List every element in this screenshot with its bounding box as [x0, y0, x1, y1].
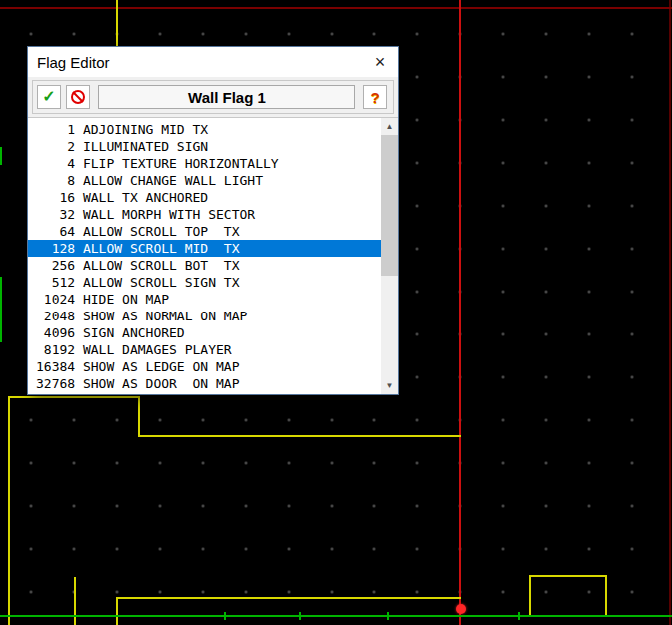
scrollbar-thumb[interactable] — [381, 135, 398, 276]
list-item[interactable]: 128 ALLOW SCROLL MID TX — [28, 240, 381, 257]
map-wall-dark-red-right-edge[interactable] — [669, 0, 671, 625]
map-wall-yellow-corner-v2[interactable] — [605, 575, 607, 616]
question-icon: ? — [370, 89, 379, 106]
flag-value: 32768 — [36, 375, 75, 392]
flag-label: ALLOW SCROLL TOP TX — [75, 224, 239, 239]
cancel-button[interactable] — [66, 85, 90, 109]
map-wall-yellow-top[interactable] — [116, 0, 118, 46]
scrollbar-track[interactable] — [381, 135, 398, 377]
flag-label: ADJOINING MID TX — [75, 122, 208, 137]
flag-label: ALLOW SCROLL MID TX — [75, 241, 239, 256]
no-entry-icon — [71, 90, 85, 104]
map-wall-yellow-h-mid[interactable] — [138, 435, 461, 437]
flag-name-field[interactable]: Wall Flag 1 — [98, 85, 355, 109]
list-item[interactable]: 256 ALLOW SCROLL BOT TX — [28, 257, 381, 274]
flag-value: 64 — [36, 223, 75, 240]
flag-value: 256 — [36, 257, 75, 274]
title-bar: Flag Editor × — [28, 47, 398, 77]
list-item[interactable]: 8 ALLOW CHANGE WALL LIGHT — [28, 172, 381, 189]
flag-label: ALLOW SCROLL BOT TX — [75, 258, 239, 273]
list-item[interactable]: 8192 WALL DAMAGES PLAYER — [28, 341, 381, 358]
editor-screen: Flag Editor × ✓ Wall Flag 1 ? 1 ADJOININ… — [0, 0, 672, 625]
help-button[interactable]: ? — [363, 85, 387, 109]
map-wall-dark-red-top[interactable] — [0, 7, 672, 9]
list-item[interactable]: 4 FLIP TEXTURE HORIZONTALLY — [28, 155, 381, 172]
flag-label: ALLOW CHANGE WALL LIGHT — [75, 173, 263, 188]
list-item[interactable]: 4096 SIGN ANCHORED — [28, 324, 381, 341]
flag-value: 32 — [36, 206, 75, 223]
flag-value: 8192 — [36, 341, 75, 358]
ok-button[interactable]: ✓ — [37, 85, 61, 109]
flag-label: HIDE ON MAP — [75, 292, 169, 307]
map-wall-yellow-v-bottom-left[interactable] — [74, 577, 76, 625]
toolbar: ✓ Wall Flag 1 ? — [32, 80, 394, 114]
map-wall-green-left-a[interactable] — [0, 147, 2, 165]
check-icon: ✓ — [42, 89, 55, 105]
flag-value: 4 — [36, 155, 75, 172]
scroll-down-icon[interactable]: ▼ — [381, 377, 398, 394]
flag-value: 1 — [36, 121, 75, 138]
flag-label: ILLUMINATED SIGN — [75, 139, 208, 154]
list-item[interactable]: 512 ALLOW SCROLL SIGN TX — [28, 274, 381, 291]
flag-label: WALL MORPH WITH SECTOR — [75, 207, 255, 222]
list-item[interactable]: 16384 SHOW AS LEDGE ON MAP — [28, 358, 381, 375]
list-item[interactable]: 32 WALL MORPH WITH SECTOR — [28, 206, 381, 223]
vertex-tick[interactable] — [299, 612, 301, 620]
flag-label: ALLOW SCROLL SIGN TX — [75, 275, 239, 290]
flag-label: WALL DAMAGES PLAYER — [75, 342, 232, 357]
list-item[interactable]: 2048 SHOW AS NORMAL ON MAP — [28, 308, 381, 324]
map-wall-yellow-h-low[interactable] — [116, 597, 461, 599]
vertex-tick[interactable] — [224, 612, 226, 620]
flag-value: 2 — [36, 138, 75, 155]
list-item[interactable]: 32768 SHOW AS DOOR ON MAP — [28, 375, 381, 392]
map-wall-green-bottom[interactable] — [0, 615, 672, 617]
flag-value: 8 — [36, 172, 75, 189]
list-item[interactable]: 64 ALLOW SCROLL TOP TX — [28, 223, 381, 240]
flag-value: 128 — [36, 240, 75, 257]
flag-label: SIGN ANCHORED — [75, 325, 185, 340]
map-wall-yellow-corner-v1[interactable] — [529, 575, 531, 616]
flag-editor-dialog: Flag Editor × ✓ Wall Flag 1 ? 1 ADJOININ… — [27, 46, 399, 395]
flag-value: 16384 — [36, 358, 75, 375]
flag-label: FLIP TEXTURE HORIZONTALLY — [75, 156, 279, 171]
list-item[interactable]: 16 WALL TX ANCHORED — [28, 189, 381, 206]
map-wall-yellow-v-mid[interactable] — [138, 396, 140, 437]
vertex-tick[interactable] — [518, 612, 520, 620]
flag-label: SHOW AS LEDGE ON MAP — [75, 359, 239, 374]
list-item[interactable]: 1 ADJOINING MID TX — [28, 121, 381, 138]
flag-value: 512 — [36, 274, 75, 291]
flag-label: WALL TX ANCHORED — [75, 190, 208, 205]
list-item[interactable]: 2 ILLUMINATED SIGN — [28, 138, 381, 155]
flag-value: 1024 — [36, 291, 75, 308]
flag-value: 16 — [36, 189, 75, 206]
flag-list[interactable]: 1 ADJOINING MID TX2 ILLUMINATED SIGN4 FL… — [28, 118, 381, 394]
flag-label: SHOW AS NORMAL ON MAP — [75, 309, 247, 323]
flag-list-panel: 1 ADJOINING MID TX2 ILLUMINATED SIGN4 FL… — [28, 117, 398, 394]
flag-label: SHOW AS DOOR ON MAP — [75, 376, 239, 391]
dialog-title: Flag Editor — [37, 54, 110, 71]
scrollbar[interactable]: ▲ ▼ — [381, 118, 398, 394]
map-wall-yellow-v-low-left[interactable] — [116, 597, 118, 625]
flag-value: 4096 — [36, 324, 75, 341]
map-wall-yellow-h-below-dialog[interactable] — [8, 396, 140, 398]
map-wall-yellow-corner-h[interactable] — [529, 575, 607, 577]
map-wall-red-vertical[interactable] — [459, 0, 461, 625]
map-wall-green-left-b[interactable] — [0, 277, 2, 342]
scroll-up-icon[interactable]: ▲ — [381, 118, 398, 135]
list-item[interactable]: 1024 HIDE ON MAP — [28, 291, 381, 308]
map-wall-yellow-v-far-left[interactable] — [8, 396, 10, 625]
selected-vertex-dot[interactable] — [456, 604, 466, 614]
vertex-tick[interactable] — [387, 612, 389, 620]
close-icon[interactable]: × — [362, 47, 398, 77]
flag-value: 2048 — [36, 308, 75, 324]
